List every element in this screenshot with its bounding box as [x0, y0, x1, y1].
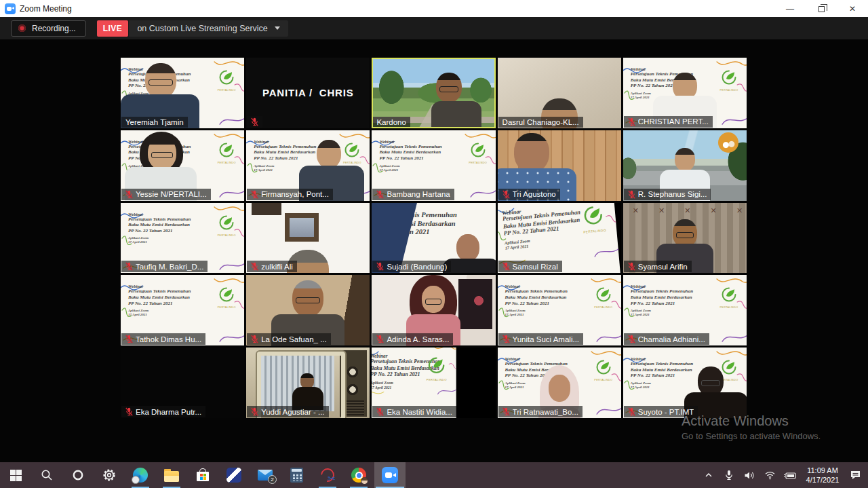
participant-name-label: Yunita Suci Amali... [498, 333, 583, 345]
participant-tile[interactable]: Webinar Persetujuan Teknis Pemenuhan Bak… [372, 348, 495, 418]
participant-tile[interactable]: R. Stephanus Sigi... [623, 130, 747, 201]
webinar-title-line1: Persetujuan Teknis Pemenuhan [631, 288, 712, 295]
participant-tile[interactable]: Yuddi Agustiar - ... [246, 348, 370, 418]
webinar-heading: Webinar [128, 212, 210, 217]
participant-name-label: Yeremiah Tjamin [121, 117, 188, 128]
taskbar-clock[interactable]: 11:09 AM 4/17/2021 [802, 466, 844, 485]
participant-name-text: Taufiq M. Bakri_D... [136, 263, 203, 271]
recording-indicator[interactable]: Recording... [11, 20, 86, 37]
participant-name-text: Sujadi (Bandung) [387, 263, 447, 271]
participant-name-text: Syamsul Arifin [638, 263, 688, 271]
windows-logo-icon [10, 470, 22, 481]
minimize-button[interactable]: — [774, 0, 806, 17]
taskbar-scan-app-button[interactable] [218, 462, 250, 488]
tray-microphone-button[interactable] [720, 462, 738, 488]
participant-name-text: Tri Ratnawati_Bo... [513, 408, 578, 416]
muted-mic-icon [251, 407, 258, 416]
close-button[interactable]: ✕ [837, 0, 868, 17]
participant-name-label: Yessie N/PERTALI... [121, 189, 211, 200]
webinar-title-line1: Persetujuan Teknis Pemenuhan [128, 288, 210, 295]
taskbar-capture-app-button[interactable]: ✂ [312, 462, 343, 488]
participant-tile[interactable]: Webinar Persetujuan Teknis Pemenuhan Bak… [372, 203, 495, 274]
webinar-sub2: 17 April 2021 [379, 168, 460, 172]
participant-tile[interactable]: La Ode Safuan_ ... [246, 275, 370, 345]
action-center-button[interactable] [846, 462, 864, 488]
action-center-icon [850, 470, 861, 481]
participant-tile[interactable]: Webinar Persetujuan Teknis Pemenuhan Bak… [121, 275, 244, 345]
participant-tile[interactable]: Webinar Persetujuan Teknis Pemenuhan Bak… [246, 130, 370, 201]
watermark-subtitle: Go to Settings to activate Windows. [682, 431, 821, 441]
pertalindo-logo: PERTALINDO [215, 214, 238, 237]
live-stream-service-dropdown[interactable]: on Custom Live Streaming Service [129, 20, 288, 37]
hidden-icons-button[interactable] [700, 462, 717, 488]
participant-tile[interactable]: zulkifli Ali [246, 203, 370, 274]
participant-name-text: Yunita Suci Amali... [513, 335, 579, 343]
muted-mic-icon [502, 335, 510, 343]
webinar-heading: Webinar [379, 139, 460, 144]
participant-tile[interactable]: Webinar Persetujuan Teknis Pemenuhan Bak… [498, 275, 621, 345]
webinar-title-line1: Persetujuan Teknis Pemenuhan [379, 144, 460, 150]
webinar-title-line1: Persetujuan Teknis Pemenuhan [505, 288, 587, 295]
participant-tile[interactable]: Eka Dharma Putr... [121, 348, 244, 418]
participant-name-text: Suyoto - PT.IMT [638, 408, 694, 416]
tray-battery-button[interactable] [781, 462, 799, 488]
tray-network-button[interactable] [761, 462, 778, 488]
participant-tile[interactable]: Webinar Persetujuan Teknis Pemenuhan Bak… [121, 130, 244, 201]
webinar-title-line2: Baku Mutu Emisi Berdasarkan [505, 295, 587, 301]
webinar-sub2: 17 April 2021 [505, 313, 587, 317]
gear-icon [102, 468, 117, 483]
participant-tile[interactable]: Webinar Persetujuan Teknis Pemenuhan Bak… [623, 348, 747, 418]
start-button[interactable] [0, 462, 31, 488]
participant-tile[interactable]: Webinar Persetujuan Teknis Pemenuhan Bak… [372, 130, 495, 201]
participant-tile[interactable]: PANITIA / CHRIS [246, 58, 370, 128]
taskbar-calculator-button[interactable] [281, 462, 312, 488]
participant-tile[interactable]: Webinar Persetujuan Teknis Pemenuhan Bak… [498, 203, 621, 274]
participant-tile[interactable]: Dasrul Chaniago-KL... [498, 58, 621, 128]
pertalindo-leaf-icon [470, 142, 486, 158]
taskbar-zoom-button[interactable] [374, 462, 406, 488]
pertalindo-logo: PERTALINDO [424, 356, 450, 381]
restore-button[interactable] [806, 0, 837, 17]
zoom-taskbar-icon [382, 467, 398, 483]
participant-tile[interactable]: Webinar Persetujuan Teknis Pemenuhan Bak… [121, 203, 244, 274]
cortana-button[interactable] [62, 462, 94, 488]
taskbar-search-button[interactable] [31, 462, 62, 488]
participant-name-label: Tathok Dimas Hu... [121, 333, 205, 345]
muted-mic-icon [628, 190, 635, 199]
participant-name-text: Samsul Rizal [513, 263, 558, 271]
participant-tile[interactable]: Kardono [372, 58, 495, 128]
participant-tile[interactable]: Webinar Persetujuan Teknis Pemenuhan Bak… [498, 348, 621, 418]
participant-name-label: CHRISTIAN PERT... [624, 116, 713, 128]
tray-volume-button[interactable] [741, 462, 758, 488]
webinar-title-line2: Baku Mutu Emisi Berdasarkan [379, 149, 460, 155]
pertalindo-logo-text: PERTALINDO [717, 306, 741, 309]
participant-tile[interactable]: Webinar Persetujuan Teknis Pemenuhan Bak… [121, 58, 244, 128]
live-badge: LIVE [97, 20, 129, 37]
taskbar-file-explorer-button[interactable] [156, 462, 187, 488]
restore-icon [818, 6, 825, 12]
participant-tile[interactable]: Webinar Persetujuan Teknis Pemenuhan Bak… [623, 275, 747, 345]
webinar-sub2: 17 April 2021 [631, 313, 712, 317]
participant-name-label: Kardono [372, 117, 410, 128]
webinar-sub2: 17 April 2021 [372, 386, 456, 390]
participant-name-label: R. Stephanus Sigi... [624, 189, 711, 200]
taskbar-mail-button[interactable]: 2 [250, 462, 281, 488]
settings-button[interactable] [94, 462, 125, 488]
participant-name-label [247, 116, 262, 128]
taskbar-chrome-button[interactable] [343, 462, 374, 488]
webinar-sub2: 17 April 2021 [128, 313, 210, 317]
taskbar-store-button[interactable] [187, 462, 218, 488]
participant-name-text: Firmansyah, Pont... [261, 190, 329, 198]
participant-name-text: Yuddi Agustiar - ... [261, 408, 324, 416]
pertalindo-logo: PERTALINDO [717, 286, 741, 309]
participant-tile[interactable]: Tri Agustono [498, 130, 621, 201]
participant-name-text: Dasrul Chaniago-KL... [502, 118, 579, 126]
mail-icon: 2 [258, 470, 273, 481]
participant-name-text: Yessie N/PERTALI... [136, 190, 207, 198]
pertalindo-leaf-icon [218, 214, 235, 231]
taskbar-edge-button[interactable] [125, 462, 156, 488]
participant-tile[interactable]: Adinda A. Saras... [372, 275, 495, 345]
windows-taskbar: 2 ✂ [0, 462, 868, 488]
participant-tile[interactable]: Webinar Persetujuan Teknis Pemenuhan Bak… [623, 58, 747, 128]
participant-tile[interactable]: Syamsul Arifin [623, 203, 747, 274]
